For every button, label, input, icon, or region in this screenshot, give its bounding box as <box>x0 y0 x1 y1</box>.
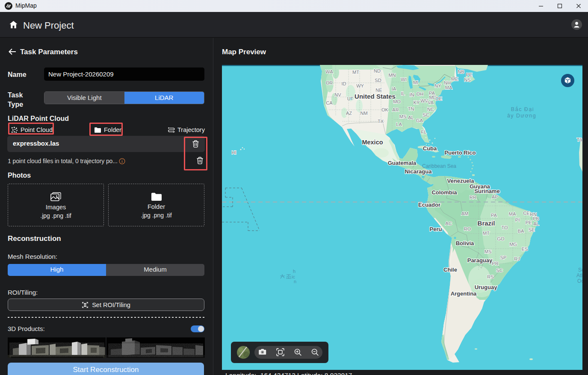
svg-text:ID: ID <box>342 81 346 86</box>
svg-text:DE: DE <box>435 96 442 101</box>
svg-text:SC: SC <box>496 268 502 273</box>
svg-text:MA: MA <box>509 211 516 217</box>
svg-text:WY: WY <box>356 83 364 88</box>
svg-text:TN: TN <box>408 106 414 111</box>
svg-text:AC: AC <box>445 221 452 226</box>
svg-text:CA: CA <box>326 100 333 105</box>
svg-text:Cuba: Cuba <box>423 145 437 152</box>
svg-text:ME: ME <box>451 76 458 82</box>
svg-text:MA: MA <box>445 85 452 90</box>
svg-text:WI: WI <box>401 77 406 82</box>
svg-text:GO: GO <box>497 236 505 241</box>
svg-text:FL: FL <box>421 129 427 135</box>
svg-text:ND: ND <box>374 68 381 73</box>
svg-text:PI: PI <box>515 217 520 223</box>
svg-text:WV: WV <box>420 98 428 103</box>
svg-text:MT: MT <box>483 231 490 236</box>
svg-text:Oce: Oce <box>577 278 582 284</box>
svg-text:Caribbean Sea: Caribbean Sea <box>422 163 456 169</box>
svg-text:SC: SC <box>423 112 429 117</box>
svg-text:Paraguay: Paraguay <box>467 257 493 264</box>
svg-text:Guatemala: Guatemala <box>388 160 417 166</box>
svg-text:SE: SE <box>529 227 535 232</box>
svg-text:RR: RR <box>470 195 476 200</box>
svg-text:OR: OR <box>326 80 333 85</box>
svg-text:CE: CE <box>523 211 529 216</box>
svg-text:Uruguay: Uruguay <box>475 284 498 290</box>
svg-text:IA: IA <box>392 86 396 91</box>
svg-text:So: So <box>578 267 582 273</box>
svg-text:PA: PA <box>491 213 497 218</box>
svg-text:h: h <box>293 269 295 274</box>
svg-text:IL: IL <box>401 91 405 96</box>
svg-text:AP: AP <box>492 194 498 199</box>
svg-text:Peru: Peru <box>430 226 442 232</box>
svg-text:RO: RO <box>464 226 471 231</box>
svg-text:ây Dương: ây Dương <box>507 113 536 119</box>
svg-text:MN: MN <box>388 73 396 78</box>
svg-text:PB: PB <box>533 216 539 221</box>
svg-text:AL: AL <box>408 115 414 120</box>
svg-text:NV: NV <box>334 92 341 97</box>
svg-text:United States: United States <box>355 93 396 100</box>
svg-text:SP: SP <box>500 255 507 260</box>
svg-text:RS: RS <box>487 274 493 279</box>
svg-text:VA: VA <box>428 100 434 105</box>
svg-text:Brazil: Brazil <box>478 220 495 227</box>
svg-text:MT: MT <box>352 70 359 75</box>
svg-text:Nicaragua: Nicaragua <box>405 168 432 175</box>
svg-text:TO: TO <box>501 225 508 230</box>
svg-text:AZ: AZ <box>346 111 352 116</box>
svg-text:Argentina: Argentina <box>451 290 477 297</box>
svg-text:PE: PE <box>466 72 473 77</box>
svg-text:Chile: Chile <box>443 267 457 273</box>
svg-text:PR: PR <box>492 261 498 266</box>
svg-text:GA: GA <box>416 118 423 123</box>
svg-text:OK: OK <box>381 107 389 112</box>
svg-text:AL: AL <box>533 221 539 226</box>
svg-text:KY: KY <box>414 100 420 105</box>
svg-text:SD: SD <box>375 78 381 83</box>
svg-text:MS: MS <box>399 114 407 119</box>
svg-text:Colombia: Colombia <box>431 189 457 196</box>
svg-text:ES: ES <box>522 246 528 252</box>
svg-text:Bắc Đại: Bắc Đại <box>511 106 534 112</box>
svg-text:WA: WA <box>325 69 333 74</box>
svg-text:Mexico: Mexico <box>362 139 383 146</box>
svg-text:NE: NE <box>375 88 382 93</box>
svg-text:NM: NM <box>360 111 367 116</box>
svg-text:MS: MS <box>485 249 492 254</box>
svg-text:TX: TX <box>378 119 384 124</box>
svg-text:AR: AR <box>392 107 399 112</box>
svg-text:n: n <box>294 279 296 284</box>
svg-text:NB: NB <box>458 69 464 74</box>
svg-text:RJ: RJ <box>514 256 520 261</box>
svg-text:Bolivia: Bolivia <box>456 240 474 246</box>
svg-text:BA: BA <box>518 229 524 234</box>
svg-text:MG: MG <box>509 242 517 247</box>
svg-text:Atla: Atla <box>576 272 582 278</box>
svg-text:PE: PE <box>526 220 532 225</box>
svg-text:UT: UT <box>347 96 354 101</box>
svg-text:Ecuador: Ecuador <box>418 202 440 208</box>
svg-text:NS: NS <box>464 77 470 82</box>
svg-text:MI: MI <box>413 80 418 85</box>
svg-text:Suriname: Suriname <box>474 188 499 194</box>
svg-text:OH: OH <box>417 91 424 97</box>
svg-text:NC: NC <box>427 107 434 112</box>
svg-text:LA: LA <box>396 122 402 127</box>
svg-text:IN: IN <box>410 92 414 97</box>
svg-text:Tâ: Tâ <box>577 137 582 142</box>
svg-text:AM: AM <box>461 211 469 216</box>
svg-text:MO: MO <box>393 99 401 104</box>
svg-text:Puerto Rico: Puerto Rico <box>445 149 476 156</box>
svg-text:NY: NY <box>434 83 441 88</box>
svg-text:HI: HI <box>232 150 236 155</box>
